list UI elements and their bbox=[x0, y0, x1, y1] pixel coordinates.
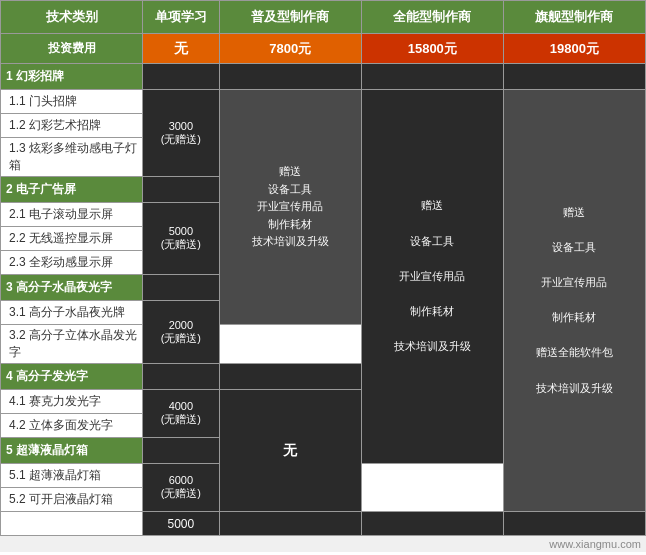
sub-label-2-2: 2.2 无线遥控显示屏 bbox=[1, 227, 143, 251]
sub-price-2: 5000 (无赠送) bbox=[143, 203, 220, 275]
header-col5: 旗舰型制作商 bbox=[503, 1, 645, 34]
investment-flagship: 19800元 bbox=[503, 34, 645, 64]
category-label-5: 5 超薄液晶灯箱 bbox=[1, 438, 143, 464]
main-table-container: 技术类别 单项学习 普及型制作商 全能型制作商 旗舰型制作商 投资费用 无 78… bbox=[0, 0, 646, 552]
header-col4: 全能型制作商 bbox=[361, 1, 503, 34]
sub-label-1-2: 1.2 幻彩艺术招牌 bbox=[1, 114, 143, 138]
header-col1: 技术类别 bbox=[1, 1, 143, 34]
sub-price-3: 2000 (无赠送) bbox=[143, 301, 220, 364]
sub-label-2-3: 2.3 全彩动感显示屏 bbox=[1, 251, 143, 275]
investment-row: 投资费用 无 7800元 15800元 19800元 bbox=[1, 34, 646, 64]
cat3-single-header bbox=[143, 275, 220, 301]
last-flagship bbox=[503, 512, 645, 536]
investment-common: 7800元 bbox=[219, 34, 361, 64]
sub-label-1-3: 1.3 炫彩多维动感电子灯箱 bbox=[1, 138, 143, 177]
sub-label-3-2: 3.2 高分子立体水晶发光字 bbox=[1, 325, 143, 364]
last-full bbox=[361, 512, 503, 536]
last-price-label bbox=[1, 512, 143, 536]
cat2-single-header bbox=[143, 177, 220, 203]
cat1-common-header bbox=[219, 64, 361, 90]
last-common bbox=[219, 512, 361, 536]
cat1-full-header bbox=[361, 64, 503, 90]
sub-label-5-2: 5.2 可开启液晶灯箱 bbox=[1, 488, 143, 512]
last-price-value: 5000 bbox=[143, 512, 220, 536]
investment-full: 15800元 bbox=[361, 34, 503, 64]
common-none: 无 bbox=[219, 390, 361, 512]
category-label-1: 1 幻彩招牌 bbox=[1, 64, 143, 90]
header-col3: 普及型制作商 bbox=[219, 1, 361, 34]
flagship-gifts: 赠送 设备工具 开业宣传用品 制作耗材 赠送全能软件包 技术培训及升级 bbox=[503, 90, 645, 512]
sub-label-4-2: 4.2 立体多面发光字 bbox=[1, 414, 143, 438]
comparison-table: 技术类别 单项学习 普及型制作商 全能型制作商 旗舰型制作商 投资费用 无 78… bbox=[0, 0, 646, 536]
sub-price-4: 4000 (无赠送) bbox=[143, 390, 220, 438]
investment-label: 投资费用 bbox=[1, 34, 143, 64]
common-gifts: 赠送 设备工具 开业宣传用品 制作耗材 技术培训及升级 bbox=[219, 90, 361, 325]
cat4-common-none-top bbox=[219, 364, 361, 390]
cat1-flagship-header bbox=[503, 64, 645, 90]
sub-label-4-1: 4.1 赛克力发光字 bbox=[1, 390, 143, 414]
category-label-4: 4 高分子发光字 bbox=[1, 364, 143, 390]
category-label-2: 2 电子广告屏 bbox=[1, 177, 143, 203]
cat5-single-header bbox=[143, 438, 220, 464]
table-header-row: 技术类别 单项学习 普及型制作商 全能型制作商 旗舰型制作商 bbox=[1, 1, 646, 34]
category-row-1: 1 幻彩招牌 bbox=[1, 64, 646, 90]
header-col2: 单项学习 bbox=[143, 1, 220, 34]
sub-label-2-1: 2.1 电子滚动显示屏 bbox=[1, 203, 143, 227]
sub-label-1-1: 1.1 门头招牌 bbox=[1, 90, 143, 114]
sub-label-3-1: 3.1 高分子水晶夜光牌 bbox=[1, 301, 143, 325]
watermark: www.xiangmu.com bbox=[0, 536, 646, 552]
last-price-row: 5000 bbox=[1, 512, 646, 536]
cat1-single-header bbox=[143, 64, 220, 90]
sub-price-1: 3000 (无赠送) bbox=[143, 90, 220, 177]
sub-row-1-1: 1.1 门头招牌 3000 (无赠送) 赠送 设备工具 开业宣传用品 制作耗材 … bbox=[1, 90, 646, 114]
sub-price-5: 6000 (无赠送) bbox=[143, 464, 220, 512]
sub-label-5-1: 5.1 超薄液晶灯箱 bbox=[1, 464, 143, 488]
cat4-single-header bbox=[143, 364, 220, 390]
category-label-3: 3 高分子水晶夜光字 bbox=[1, 275, 143, 301]
full-gifts: 赠送 设备工具 开业宣传用品 制作耗材 技术培训及升级 bbox=[361, 90, 503, 464]
investment-single: 无 bbox=[143, 34, 220, 64]
